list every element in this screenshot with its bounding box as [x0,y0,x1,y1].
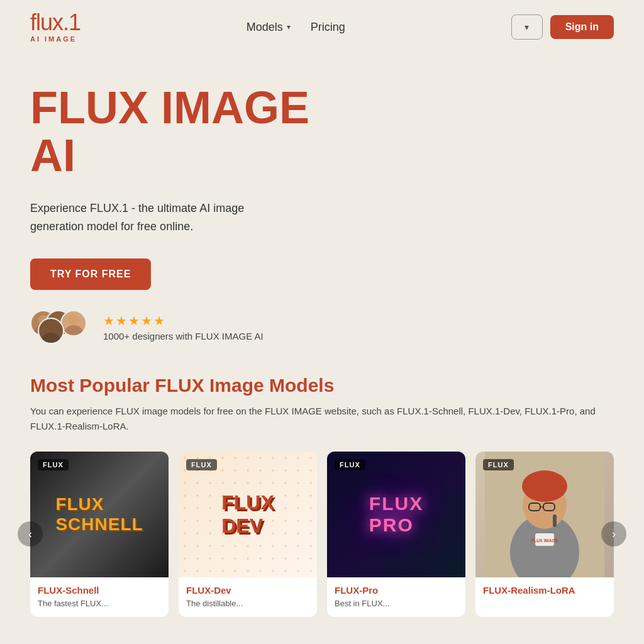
svg-point-11 [522,470,567,502]
section-description: You can experience FLUX image models for… [30,404,614,434]
header: flux.1 AI IMAGE Models ▾ Pricing ▾ Sign … [0,0,644,54]
model-card: FLUXDEV FLUX FLUX-Dev The distillable... [179,452,317,617]
star-icon: ★ [128,313,140,328]
models-chevron-icon: ▾ [287,23,291,31]
card-title: FLUX-Pro [335,585,458,596]
svg-point-4 [69,315,79,325]
card-body: FLUX-Pro Best in FLUX... [327,577,465,617]
person-image-svg: FLUX IMAGE [485,452,604,577]
svg-text:FLUX IMAGE: FLUX IMAGE [531,538,558,543]
logo: flux.1 AI IMAGE [30,11,80,43]
card-image: FLUXDEV [179,452,317,577]
hero-content: FLUX IMAGE AI Experience FLUX.1 - the ul… [30,84,614,345]
card-image: FLUXPRO [327,452,465,577]
card-title: FLUX-Dev [186,585,309,596]
carousel-next-button[interactable]: › [601,521,626,547]
cards-carousel: ‹ FLUXSCHNELL FLUX FLUX-Schnell The fast… [30,452,614,617]
card-badge: FLUX [186,459,217,470]
social-proof: ★ ★ ★ ★ ★ 1000+ designers with FLUX IMAG… [30,310,614,345]
model-card: FLUXPRO FLUX FLUX-Pro Best in FLUX... [327,452,465,617]
header-actions: ▾ Sign in [511,14,614,40]
card-badge: FLUX [38,459,69,470]
svg-rect-15 [553,514,557,527]
main-nav: Models ▾ Pricing [247,21,345,34]
social-proof-text: 1000+ designers with FLUX IMAGE AI [103,331,264,341]
avatar [60,310,87,336]
card-description: The fastest FLUX... [38,598,161,609]
language-button[interactable]: ▾ [511,14,543,40]
nav-pricing[interactable]: Pricing [311,21,345,34]
logo-text: flux.1 [30,11,80,34]
card-image-text: FLUXPRO [369,493,423,536]
card-description: Best in FLUX... [335,598,458,609]
model-card: FLUX IMAGE FLUX FLUX-Realism-LoRA [475,452,614,617]
try-for-free-button[interactable]: TRY FOR FREE [30,258,151,290]
carousel-prev-button[interactable]: ‹ [18,521,43,547]
stars-row: ★ ★ ★ ★ ★ [103,313,264,328]
star-rating: ★ ★ ★ ★ ★ 1000+ designers with FLUX IMAG… [103,313,264,341]
card-body: FLUX-Dev The distillable... [179,577,317,617]
card-description: The distillable... [186,598,309,609]
star-icon: ★ [153,313,165,328]
card-image-text: FLUXSCHNELL [55,494,143,535]
models-section: Most Popular FLUX Image Models You can e… [0,345,644,617]
chevron-down-icon: ▾ [525,22,529,32]
card-body: FLUX-Realism-LoRA [475,577,614,606]
logo-subtitle: AI IMAGE [30,35,77,43]
card-title: FLUX-Schnell [38,585,161,596]
hero-subtitle: Experience FLUX.1 - the ultimate AI imag… [30,199,282,236]
section-title: Most Popular FLUX Image Models [30,375,614,396]
svg-point-6 [46,323,56,333]
card-badge: FLUX [335,459,365,470]
avatar-group [30,310,93,345]
signin-button[interactable]: Sign in [550,15,614,39]
hero-section: FLUX IMAGE AI Experience FLUX.1 - the ul… [0,54,644,345]
avatar [38,318,64,344]
svg-point-7 [42,333,60,343]
star-icon: ★ [116,313,127,328]
card-body: FLUX-Schnell The fastest FLUX... [30,577,169,617]
cards-list: FLUXSCHNELL FLUX FLUX-Schnell The fastes… [30,452,614,617]
card-title: FLUX-Realism-LoRA [483,585,606,596]
card-badge: FLUX [483,459,514,470]
star-icon: ★ [141,313,152,328]
star-icon: ★ [103,313,114,328]
hero-title: FLUX IMAGE AI [30,84,614,179]
card-image-text: FLUXDEV [221,491,274,538]
svg-point-5 [65,325,82,335]
model-card: FLUXSCHNELL FLUX FLUX-Schnell The fastes… [30,452,169,617]
nav-models[interactable]: Models ▾ [247,21,291,34]
card-image: FLUXSCHNELL [30,452,169,577]
card-image: FLUX IMAGE [475,452,614,577]
